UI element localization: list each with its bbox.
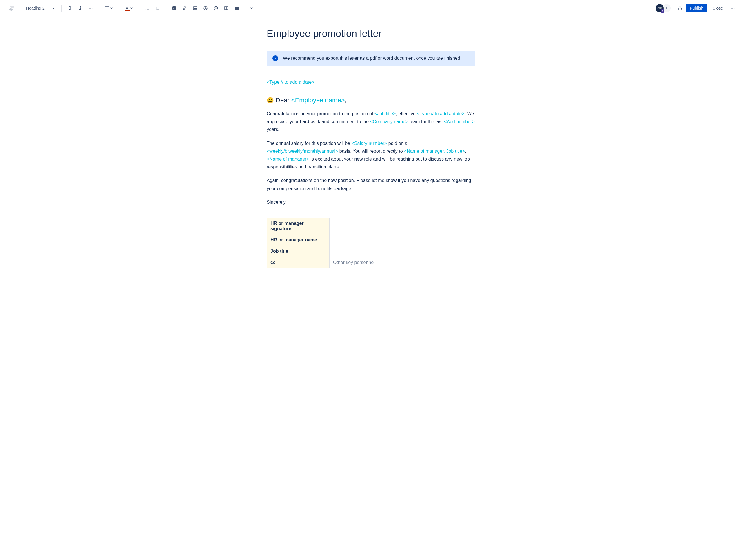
action-item-button[interactable] [169, 3, 179, 13]
text-style-label: Heading 2 [26, 6, 45, 10]
table-cell[interactable] [329, 246, 475, 257]
signoff[interactable]: Sincerely, [267, 198, 475, 206]
text-style-select[interactable]: Heading 2 [23, 5, 58, 12]
company-name-placeholder: <Company name> [370, 119, 408, 124]
table-header-cell[interactable]: HR or manager signature [267, 218, 329, 234]
text-color-swatch [125, 10, 130, 11]
years-number-placeholder: <Add number> [444, 119, 475, 124]
svg-point-2 [92, 8, 93, 9]
image-button[interactable] [191, 3, 200, 13]
publish-button[interactable]: Publish [686, 4, 707, 12]
close-button[interactable]: Close [708, 4, 727, 12]
svg-rect-18 [235, 7, 236, 10]
svg-point-15 [215, 7, 216, 8]
mention-button[interactable] [201, 3, 210, 13]
pay-period-placeholder: <weekly/biweekly/monthly/annual> [267, 149, 338, 154]
svg-point-23 [734, 8, 735, 9]
employee-name-placeholder: <Employee name> [291, 97, 345, 104]
body-paragraph-3[interactable]: Again, congratulations on the new positi… [267, 176, 475, 192]
svg-point-1 [90, 8, 91, 9]
svg-point-5 [146, 9, 146, 10]
bullet-list-button[interactable] [143, 3, 152, 13]
italic-button[interactable] [76, 3, 85, 13]
confluence-icon [8, 5, 15, 12]
more-actions-button[interactable] [728, 3, 737, 13]
restrictions-button[interactable] [675, 3, 685, 13]
more-formatting-button[interactable] [86, 3, 95, 13]
svg-point-3 [146, 7, 146, 7]
bold-button[interactable] [65, 3, 74, 13]
editor-toolbar: Heading 2 123 [0, 0, 742, 16]
info-icon: i [272, 55, 278, 61]
table-cell[interactable]: Other key personnel [329, 257, 475, 268]
confluence-logo [5, 5, 18, 12]
user-avatar[interactable]: CK [656, 4, 664, 12]
alignment-button[interactable] [103, 3, 115, 13]
smile-emoji: 😀 [267, 97, 274, 104]
divider [99, 5, 99, 12]
link-button[interactable] [180, 3, 189, 13]
chevron-down-icon [52, 6, 55, 10]
manager-name-placeholder: <Name of manager> [267, 156, 309, 161]
info-panel-text: We recommend you export this letter as a… [283, 56, 462, 61]
svg-point-12 [204, 6, 207, 10]
effective-date-placeholder: <Type // to add a date> [417, 111, 465, 116]
date-placeholder: <Type // to add a date> [267, 80, 315, 85]
svg-point-4 [146, 8, 146, 8]
table-row[interactable]: HR or manager signature [267, 218, 475, 234]
svg-point-0 [89, 8, 90, 9]
info-panel[interactable]: i We recommend you export this letter as… [267, 51, 475, 66]
divider [119, 5, 119, 12]
emoji-button[interactable] [211, 3, 221, 13]
body-paragraph-2[interactable]: The annual salary for this position will… [267, 140, 475, 171]
numbered-list-button[interactable]: 123 [153, 3, 162, 13]
table-row[interactable]: Job title [267, 246, 475, 257]
text-color-button[interactable] [122, 3, 136, 13]
svg-text:3: 3 [156, 8, 157, 10]
layouts-button[interactable] [232, 3, 242, 13]
table-row[interactable]: cc Other key personnel [267, 257, 475, 268]
table-button[interactable] [222, 3, 231, 13]
avatar-stack: CK + [656, 4, 671, 12]
svg-point-22 [732, 8, 733, 9]
signature-table[interactable]: HR or manager signature HR or manager na… [267, 218, 475, 268]
divider [166, 5, 166, 12]
salary-placeholder: <Salary number> [352, 141, 387, 146]
body-paragraph-1[interactable]: Congratulations on your promotion to the… [267, 110, 475, 134]
manager-title-placeholder: <Name of manager, Job title> [404, 149, 465, 154]
svg-point-11 [194, 7, 195, 8]
table-row[interactable]: HR or manager name [267, 234, 475, 246]
chevron-down-icon [110, 6, 113, 10]
svg-rect-19 [237, 7, 238, 10]
insert-button[interactable] [243, 3, 255, 13]
date-placeholder-line[interactable]: <Type // to add a date> [267, 80, 475, 85]
greeting-heading[interactable]: 😀 Dear <Employee name>, [267, 97, 475, 104]
divider [139, 5, 139, 12]
chevron-down-icon [130, 6, 133, 10]
chevron-down-icon [250, 6, 253, 10]
job-title-placeholder: <Job title> [374, 111, 396, 116]
table-header-cell[interactable]: HR or manager name [267, 234, 329, 246]
svg-point-21 [731, 8, 732, 9]
document-content[interactable]: Employee promotion letter i We recommend… [261, 16, 481, 280]
page-title[interactable]: Employee promotion letter [267, 28, 475, 39]
svg-point-14 [214, 6, 218, 10]
divider [61, 5, 62, 12]
table-cell[interactable] [329, 218, 475, 234]
table-header-cell[interactable]: cc [267, 257, 329, 268]
table-cell[interactable] [329, 234, 475, 246]
svg-point-16 [216, 7, 217, 8]
table-header-cell[interactable]: Job title [267, 246, 329, 257]
